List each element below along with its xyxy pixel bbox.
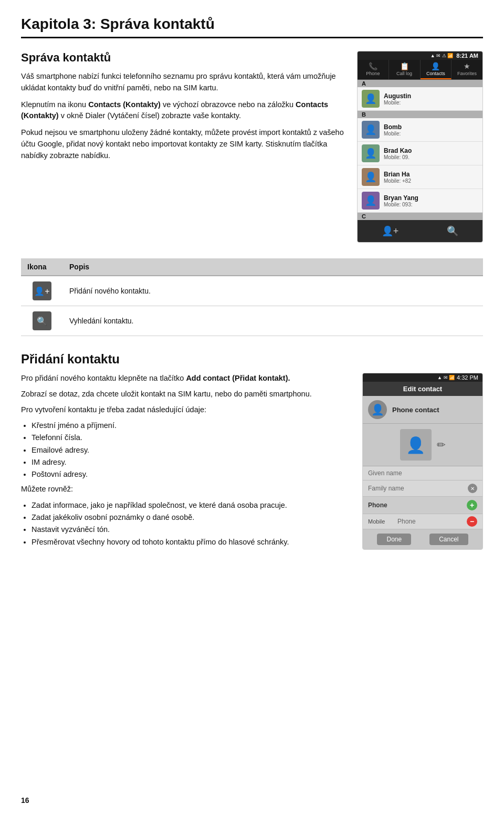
intro-p2: Klepnutím na ikonu Contacts (Kontakty) v… xyxy=(21,99,344,122)
family-name-placeholder: Family name xyxy=(368,485,404,492)
tab-phone-label: Phone xyxy=(366,71,380,76)
icon-table: Ikona Popis 👤+ Přidání nového kontaktu. … xyxy=(21,258,483,336)
done-button[interactable]: Done xyxy=(377,534,411,545)
contact-info-bradkao: Brad Kao Mobile: 09. xyxy=(384,147,478,160)
phone-nav-tabs: 📞 Phone 📋 Call log 👤 Contacts ★ Favorite… xyxy=(358,60,482,80)
desc-add-contact: Přidání nového kontaktu. xyxy=(63,276,483,306)
icon-search: 🔍 xyxy=(21,306,63,336)
bullet-name: Křestní jméno a příjmení. xyxy=(32,420,350,432)
also-bullet-ringtone: Nastavit vyzváněcí tón. xyxy=(32,524,350,536)
intro-section: Správa kontaktů Váš smartphone nabízí fu… xyxy=(21,51,483,243)
tab-phone[interactable]: 📞 Phone xyxy=(358,60,389,79)
add-contact-btn[interactable]: 👤+ xyxy=(375,223,405,239)
avatar-bomb: 👤 xyxy=(362,121,380,139)
given-name-field[interactable]: Given name xyxy=(363,466,482,480)
col-icon-header: Ikona xyxy=(21,258,63,276)
edit-contact-label: Phone contact xyxy=(392,406,439,414)
contact-info-augustin: Augustin Mobile: xyxy=(384,92,478,106)
add-contact-layout: Pro přidání nového kontaktu klepněte na … xyxy=(21,373,483,551)
phone-label-text: Phone xyxy=(368,501,387,509)
contact-brianha[interactable]: 👤 Brian Ha Mobile: +82 xyxy=(358,165,482,189)
cancel-button[interactable]: Cancel xyxy=(429,534,468,545)
search-contact-btn[interactable]: 🔍 xyxy=(440,223,465,239)
contact-bradkao[interactable]: 👤 Brad Kao Mobile: 09. xyxy=(358,142,482,165)
remove-phone-btn[interactable]: − xyxy=(467,516,477,527)
contact-detail-augustin: Mobile: xyxy=(384,100,478,106)
search-icon: 🔍 xyxy=(33,311,51,330)
bullet-postal: Poštovní adresy. xyxy=(32,468,350,480)
edit-contact-screenshot: ▲ ✉ 📶 4:32 PM Edit contact 👤 Phone conta… xyxy=(362,373,483,550)
contact-bryanyang[interactable]: 👤 Bryan Yang Mobile: 093: xyxy=(358,189,482,213)
contact-name-bomb: Bomb xyxy=(384,123,478,131)
edit-avatar-img: 👤 xyxy=(400,429,432,461)
tab-contacts-label: Contacts xyxy=(426,71,445,76)
add-phone-btn[interactable]: + xyxy=(467,500,477,510)
status-icons: ▲ ✉ ⚠ 📶 xyxy=(430,53,453,58)
contact-name-brianha: Brian Ha xyxy=(384,171,478,178)
tab-contacts[interactable]: 👤 Contacts xyxy=(421,60,452,79)
avatar-brianha: 👤 xyxy=(362,168,380,186)
also-bullet-notes: Zadat jakékoliv osobní poznámky o dané o… xyxy=(32,511,350,524)
table-row-search: 🔍 Vyhledání kontaktu. xyxy=(21,306,483,336)
tab-calllog[interactable]: 📋 Call log xyxy=(389,60,421,79)
add-contact-section: Přidání kontaktu Pro přidání nového kont… xyxy=(21,352,483,551)
intro-heading: Správa kontaktů xyxy=(21,51,344,65)
bullet-phone: Telefonní čísla. xyxy=(32,432,350,444)
phone-tab-icon: 📞 xyxy=(369,62,377,70)
edit-person-icon: 👤 xyxy=(368,400,387,419)
contact-info-bryanyang: Bryan Yang Mobile: 093: xyxy=(384,194,478,207)
contacts-phone-screenshot: ▲ ✉ ⚠ 📶 8:21 AM 📞 Phone 📋 Call log 👤 Con… xyxy=(357,51,483,243)
contact-list: A 👤 Augustin Mobile: B 👤 Bomb Mobile: 👤 xyxy=(358,80,482,220)
add-contact-icon: 👤+ xyxy=(33,281,51,300)
bullet-im: IM adresy. xyxy=(32,456,350,468)
intro-p1: Váš smartphone nabízí funkci telefonního… xyxy=(21,71,344,94)
add-contact-p2: Zobrazí se dotaz, zda chcete uložit kont… xyxy=(21,389,350,400)
family-name-field[interactable]: Family name ✕ xyxy=(363,480,482,497)
avatar-augustin: 👤 xyxy=(362,90,380,108)
edit-status-icons: ▲ ✉ 📶 xyxy=(437,375,455,380)
also-bullet-list: Zadat informace, jako je například spole… xyxy=(32,499,350,548)
edit-title-bar: Edit contact xyxy=(363,382,482,396)
phone-input[interactable]: Phone xyxy=(397,518,464,525)
edit-status-bar: ▲ ✉ 📶 4:32 PM xyxy=(363,373,482,382)
icon-add-contact: 👤+ xyxy=(21,276,63,306)
also-bullet-forward: Přesměrovat všechny hovory od tohoto kon… xyxy=(32,536,350,548)
mobile-label: Mobile xyxy=(368,518,394,525)
contact-info-bomb: Bomb Mobile: xyxy=(384,123,478,137)
table-row-add: 👤+ Přidání nového kontaktu. xyxy=(21,276,483,306)
phone-bottom-bar: 👤+ 🔍 xyxy=(358,220,482,242)
clear-family-name-btn[interactable]: ✕ xyxy=(468,484,477,493)
section-letter-a: A xyxy=(358,80,482,87)
add-contact-p3: Pro vytvoření kontaktu je třeba zadat ná… xyxy=(21,404,350,416)
chapter-title: Kapitola 3: Správa kontaktů xyxy=(21,16,483,38)
add-contact-p1: Pro přidání nového kontaktu klepněte na … xyxy=(21,373,350,384)
contact-name-bryanyang: Bryan Yang xyxy=(384,194,478,202)
contact-name-bradkao: Brad Kao xyxy=(384,147,478,154)
avatar-bradkao: 👤 xyxy=(362,144,380,162)
phone-status-bar: ▲ ✉ ⚠ 📶 8:21 AM xyxy=(358,51,482,60)
phone-time: 8:21 AM xyxy=(456,53,478,59)
add-contact-text: Pro přidání nového kontaktu klepněte na … xyxy=(21,373,350,551)
also-label: Můžete rovněž: xyxy=(21,484,350,495)
tab-favorites[interactable]: ★ Favorites xyxy=(452,60,482,79)
page-number: 16 xyxy=(21,796,29,804)
edit-time: 4:32 PM xyxy=(457,374,478,381)
edit-avatar-area: 👤 ✏ xyxy=(363,424,482,466)
phone-section-label: Phone + xyxy=(363,497,482,514)
contact-bomb[interactable]: 👤 Bomb Mobile: xyxy=(358,118,482,142)
contact-augustin[interactable]: 👤 Augustin Mobile: xyxy=(358,87,482,111)
pencil-icon: ✏ xyxy=(437,438,446,451)
contact-detail-bomb: Mobile: xyxy=(384,131,478,137)
contact-info-brianha: Brian Ha Mobile: +82 xyxy=(384,171,478,184)
col-desc-header: Popis xyxy=(63,258,483,276)
calllog-tab-icon: 📋 xyxy=(400,62,409,70)
given-name-placeholder: Given name xyxy=(368,469,402,477)
tab-calllog-label: Call log xyxy=(396,71,412,76)
contact-detail-bryanyang: Mobile: 093: xyxy=(384,202,478,207)
add-contact-heading: Přidání kontaktu xyxy=(21,352,483,367)
edit-contact-type-row: 👤 Phone contact xyxy=(363,396,482,424)
contact-name-augustin: Augustin xyxy=(384,92,478,100)
intro-text: Správa kontaktů Váš smartphone nabízí fu… xyxy=(21,51,344,243)
desc-search: Vyhledání kontaktu. xyxy=(63,306,483,336)
bullet-email: Emailové adresy. xyxy=(32,444,350,456)
